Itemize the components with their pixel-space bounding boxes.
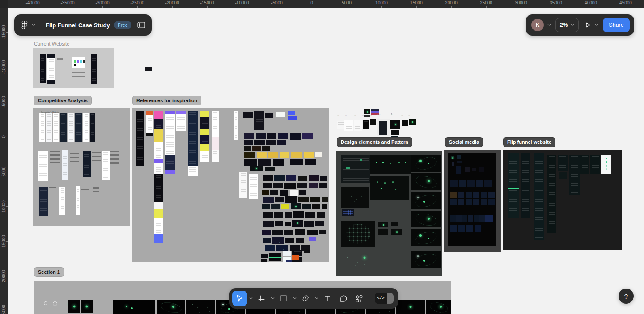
move-tool-chevron[interactable]	[248, 291, 254, 306]
section-label-flip-funnel-website[interactable]: Flip funnel website	[503, 137, 555, 147]
canvas-thumbnail[interactable]	[200, 151, 209, 162]
canvas-thumbnail[interactable]	[47, 54, 55, 58]
canvas-thumbnail[interactable]	[291, 203, 301, 209]
canvas-thumbnail[interactable]	[473, 199, 479, 205]
help-button[interactable]: ?	[619, 289, 634, 304]
canvas-thumbnail[interactable]	[47, 58, 55, 80]
canvas-thumbnail[interactable]	[275, 221, 283, 226]
canvas-thumbnail[interactable]	[481, 192, 487, 198]
canvas-thumbnail[interactable]	[157, 300, 185, 314]
canvas-thumbnail[interactable]	[298, 197, 309, 202]
canvas-thumbnail[interactable]	[272, 230, 283, 235]
canvas-thumbnail[interactable]	[293, 211, 304, 218]
canvas-thumbnail[interactable]	[312, 204, 320, 209]
canvas-thumbnail[interactable]	[72, 57, 85, 68]
canvas-thumbnail[interactable]	[244, 146, 251, 151]
dev-mode-toggle[interactable]: </>	[375, 293, 394, 304]
avatar[interactable]: K	[531, 19, 544, 31]
canvas-thumbnail[interactable]	[263, 197, 274, 203]
canvas-thumbnail[interactable]	[263, 212, 273, 218]
pen-tool-chevron[interactable]	[314, 291, 319, 306]
canvas-thumbnail[interactable]	[249, 174, 258, 199]
canvas-thumbnail[interactable]	[57, 57, 63, 61]
canvas-thumbnail[interactable]	[165, 155, 175, 170]
canvas-thumbnail[interactable]	[305, 159, 316, 165]
canvas-thumbnail[interactable]	[426, 300, 451, 314]
canvas-thumbnail[interactable]	[304, 249, 310, 253]
canvas-thumbnail[interactable]	[266, 140, 276, 145]
canvas-thumbnail[interactable]	[270, 190, 278, 195]
canvas-thumbnail[interactable]	[263, 238, 271, 243]
canvas-thumbnail[interactable]	[473, 192, 479, 198]
layout-panel-icon[interactable]	[137, 22, 145, 28]
canvas-thumbnail[interactable]	[450, 180, 458, 187]
canvas-thumbnail[interactable]	[466, 199, 472, 205]
canvas-thumbnail[interactable]	[49, 186, 56, 188]
canvas-thumbnail[interactable]	[371, 111, 379, 113]
canvas-thumbnail[interactable]	[188, 111, 198, 166]
canvas-thumbnail[interactable]	[319, 183, 327, 188]
canvas-thumbnail[interactable]	[391, 222, 398, 226]
canvas-thumbnail[interactable]	[277, 140, 286, 145]
canvas-thumbnail[interactable]	[154, 202, 163, 209]
canvas-thumbnail[interactable]	[239, 172, 247, 198]
canvas-thumbnail[interactable]	[285, 196, 297, 203]
canvas-thumbnail[interactable]	[315, 221, 324, 226]
canvas-thumbnail[interactable]	[244, 133, 254, 139]
section-label-competitive-analysis[interactable]: Competitive Analysis	[34, 96, 92, 105]
canvas-thumbnail[interactable]	[263, 221, 274, 227]
canvas-thumbnail[interactable]	[370, 119, 376, 125]
canvas-thumbnail[interactable]	[481, 199, 487, 205]
ruler-vertical[interactable]: -15000-10000-500005000100001500020000250…	[0, 0, 8, 314]
canvas-thumbnail[interactable]	[47, 80, 55, 84]
canvas-thumbnail[interactable]	[39, 113, 45, 142]
canvas-thumbnail[interactable]	[60, 113, 67, 142]
canvas-thumbnail[interactable]	[278, 133, 288, 139]
canvas-thumbnail[interactable]	[70, 151, 79, 163]
canvas-thumbnail[interactable]	[452, 162, 454, 166]
canvas-thumbnail[interactable]	[68, 300, 80, 313]
canvas-thumbnail[interactable]	[411, 211, 441, 227]
canvas-thumbnail[interactable]	[488, 192, 495, 198]
canvas-thumbnail[interactable]	[254, 111, 264, 130]
canvas-thumbnail[interactable]	[475, 225, 481, 232]
canvas-thumbnail[interactable]	[378, 222, 388, 227]
canvas-thumbnail[interactable]	[288, 111, 295, 115]
canvas-thumbnail[interactable]	[295, 229, 305, 235]
canvas-thumbnail[interactable]	[315, 152, 322, 157]
canvas-thumbnail[interactable]	[283, 251, 291, 256]
canvas-thumbnail[interactable]	[476, 180, 483, 187]
canvas-thumbnail[interactable]	[285, 212, 292, 218]
shape-tool-chevron[interactable]	[292, 291, 297, 306]
canvas-thumbnail[interactable]	[521, 153, 530, 218]
canvas-thumbnail[interactable]	[411, 229, 441, 246]
canvas-thumbnail[interactable]	[342, 209, 354, 216]
canvas-thumbnail[interactable]	[371, 109, 379, 111]
canvas-thumbnail[interactable]	[360, 159, 362, 161]
canvas-thumbnail[interactable]	[250, 166, 263, 171]
canvas-thumbnail[interactable]	[92, 151, 101, 163]
canvas-thumbnail[interactable]	[281, 204, 289, 209]
pen-tool[interactable]	[298, 291, 313, 306]
canvas-thumbnail[interactable]	[309, 237, 316, 241]
canvas-thumbnail[interactable]	[286, 175, 296, 181]
canvas-thumbnail[interactable]	[258, 159, 271, 166]
canvas-thumbnail[interactable]	[67, 187, 73, 189]
canvas-thumbnail[interactable]	[91, 54, 97, 84]
canvas-thumbnail[interactable]	[154, 234, 163, 243]
canvas-thumbnail[interactable]	[81, 187, 89, 190]
canvas-thumbnail[interactable]	[244, 152, 255, 158]
canvas-thumbnail[interactable]	[370, 176, 409, 200]
figma-canvas-viewport[interactable]: -40000-35000-30000-25000-20000-15000-100…	[0, 0, 644, 314]
canvas-thumbnail[interactable]	[83, 151, 91, 177]
canvas-thumbnail[interactable]	[361, 254, 368, 261]
canvas-thumbnail[interactable]	[344, 120, 353, 131]
canvas-thumbnail[interactable]	[263, 175, 273, 181]
canvas-thumbnail[interactable]	[275, 197, 284, 202]
canvas-thumbnail[interactable]	[90, 113, 95, 142]
zoom-control[interactable]: 2%	[555, 18, 579, 32]
canvas-thumbnail[interactable]	[110, 151, 119, 165]
canvas-thumbnail[interactable]	[411, 192, 441, 209]
canvas-thumbnail[interactable]	[580, 155, 589, 174]
canvas-thumbnail[interactable]	[337, 121, 347, 129]
